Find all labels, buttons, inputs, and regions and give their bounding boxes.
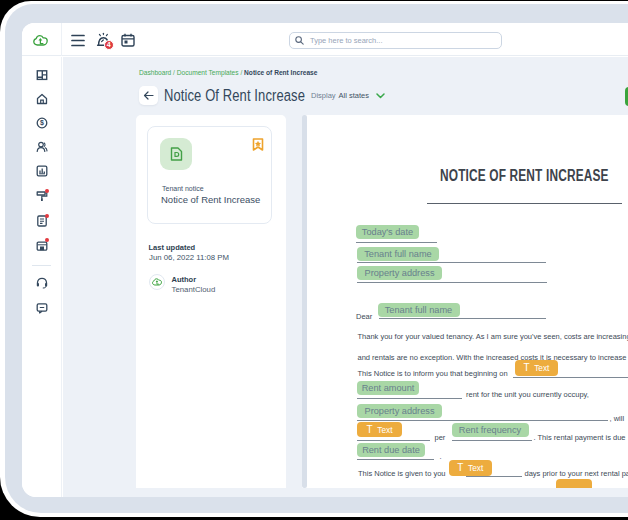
svg-text:$: $ (40, 119, 44, 127)
